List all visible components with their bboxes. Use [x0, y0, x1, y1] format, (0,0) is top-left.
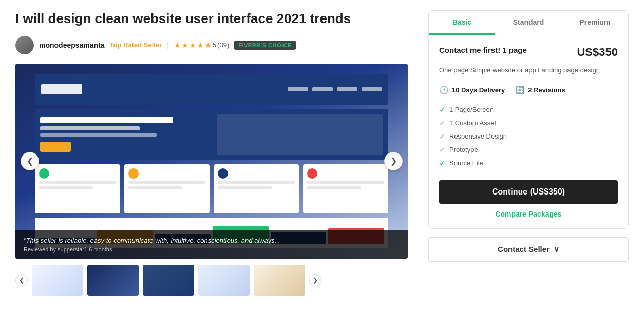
package-title: Contact me first! 1 page — [439, 46, 527, 54]
review-author: Reviewed by supperstar1 6 months — [24, 246, 400, 253]
star-2: ★ — [182, 41, 188, 49]
thumbnail-strip: ❮ ❯ — [15, 265, 408, 296]
feature-label-3: Prototype — [449, 146, 478, 153]
feature-item-3: ✓ Prototype — [439, 143, 618, 157]
review-count: (39) — [217, 41, 229, 49]
fiverrs-label: FIVERR'S CHOICE — [238, 42, 292, 48]
continue-button[interactable]: Continue (US$350) — [439, 180, 618, 204]
review-overlay: "This seller is reliable, easy to commun… — [15, 230, 408, 259]
contact-seller-button[interactable]: Contact Seller ∨ — [428, 237, 629, 262]
thumbnail-2[interactable] — [87, 265, 139, 296]
delivery-info: 🕐 10 Days Delivery 🔄 2 Revisions — [439, 86, 618, 95]
thumbnail-1[interactable] — [32, 265, 83, 296]
thumb-prev-button[interactable]: ❮ — [15, 274, 28, 286]
feature-item-4: ✓ Source File — [439, 157, 618, 170]
thumbnail-5[interactable] — [254, 265, 305, 296]
mock-website-preview — [35, 74, 388, 248]
carousel-prev-button[interactable]: ❮ — [21, 152, 39, 170]
revisions-label: 2 Revisions — [528, 86, 565, 94]
features-list: ✓ 1 Page/Screen ✓ 1 Custom Asset ✓ Respo… — [439, 103, 618, 170]
check-icon-2: ✓ — [439, 132, 445, 141]
main-image — [15, 64, 408, 259]
feature-label-4: Source File — [449, 159, 483, 167]
package-header: Contact me first! 1 page US$350 — [439, 46, 618, 59]
chevron-down-icon: ∨ — [554, 245, 559, 254]
refresh-icon: 🔄 — [515, 86, 525, 95]
delivery-days-label: 10 Days Delivery — [452, 86, 505, 94]
star-4: ★ — [197, 41, 204, 49]
tab-standard[interactable]: Standard — [495, 11, 561, 35]
seller-name[interactable]: monodeepsamanta — [39, 41, 105, 49]
package-price: US$350 — [577, 46, 618, 59]
divider: | — [167, 41, 169, 49]
contact-seller-label: Contact Seller — [498, 245, 550, 254]
thumbnail-3[interactable] — [143, 265, 194, 296]
carousel-next-button[interactable]: ❯ — [384, 152, 403, 170]
image-carousel: ❮ ❯ "This seller is reliable, easy to co… — [15, 64, 408, 259]
delivery-days: 🕐 10 Days Delivery — [439, 86, 505, 95]
feature-item-2: ✓ Responsive Design — [439, 130, 618, 143]
feature-item-1: ✓ 1 Custom Asset — [439, 117, 618, 130]
package-tabs: Basic Standard Premium — [429, 11, 628, 35]
compare-packages-link[interactable]: Compare Packages — [439, 210, 618, 218]
revisions: 🔄 2 Revisions — [515, 86, 565, 95]
package-panel: Basic Standard Premium Contact me first!… — [428, 10, 629, 296]
rating-value: 5 — [213, 41, 216, 49]
check-icon-3: ✓ — [439, 146, 445, 154]
feature-label-2: Responsive Design — [449, 132, 507, 140]
tab-premium[interactable]: Premium — [562, 11, 628, 35]
review-quote: "This seller is reliable, easy to commun… — [24, 237, 400, 244]
star-5: ★ — [205, 41, 212, 49]
check-icon-0: ✓ — [439, 106, 445, 114]
tab-basic[interactable]: Basic — [429, 11, 495, 35]
seller-badge: Top Rated Seller — [110, 41, 162, 49]
feature-label-1: 1 Custom Asset — [449, 119, 496, 127]
feature-item-0: ✓ 1 Page/Screen — [439, 103, 618, 117]
package-description: One page Simple website or app Landing p… — [439, 65, 618, 75]
avatar — [15, 36, 34, 54]
star-3: ★ — [190, 41, 196, 49]
check-icon-4: ✓ — [439, 159, 445, 167]
check-icon-1: ✓ — [439, 119, 445, 127]
star-1: ★ — [174, 41, 181, 49]
gig-title: I will design clean website user interfa… — [15, 10, 408, 28]
fiverrs-choice-badge: FIVERR'S CHOICE — [234, 41, 296, 50]
star-rating: ★ ★ ★ ★ ★ 5 (39) — [174, 41, 229, 49]
thumb-next-button[interactable]: ❯ — [309, 274, 321, 286]
clock-icon: 🕐 — [439, 86, 449, 95]
package-content: Contact me first! 1 page US$350 One page… — [429, 35, 628, 228]
thumbnail-4[interactable] — [198, 265, 250, 296]
feature-label-0: 1 Page/Screen — [449, 106, 494, 113]
